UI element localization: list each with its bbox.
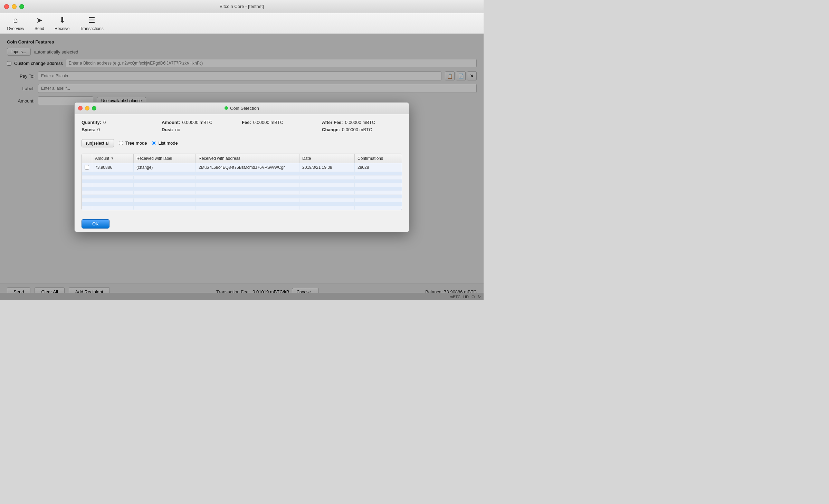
modal-title-text: Coin Selection: [230, 106, 259, 111]
toolbar-receive-label: Receive: [55, 26, 69, 31]
ok-button[interactable]: OK: [82, 219, 109, 229]
row-amount: 73.90886: [92, 163, 134, 172]
table-row-empty-2: [82, 176, 402, 180]
stats-group-left: Quantity: 0 Bytes: 0: [82, 120, 162, 132]
row-checkbox[interactable]: [85, 165, 89, 169]
change-value: 0.00000 mBTC: [342, 127, 372, 132]
after-fee-value: 0.00000 mBTC: [345, 120, 375, 125]
stats-group-after: After Fee: 0.00000 mBTC Change: 0.00000 …: [322, 120, 402, 132]
bytes-value: 0: [97, 127, 100, 132]
minimize-button[interactable]: [12, 4, 17, 9]
unselect-all-button[interactable]: (un)select all: [82, 139, 114, 147]
row-checkbox-cell[interactable]: [82, 163, 92, 172]
toolbar-send[interactable]: ➤ Send: [35, 16, 44, 31]
window-title: Bitcoin Core - [testnet]: [220, 4, 264, 9]
toolbar-overview[interactable]: ⌂ Overview: [7, 16, 24, 31]
stats-fee: Fee: 0.00000 mBTC: [242, 120, 322, 125]
stats-amount: Amount: 0.00000 mBTC: [162, 120, 242, 125]
stats-dust: Dust: no: [162, 127, 242, 132]
titlebar: Bitcoin Core - [testnet]: [0, 0, 484, 13]
stats-group-mid: Amount: 0.00000 mBTC Dust: no: [162, 120, 242, 132]
toolbar-send-label: Send: [35, 26, 44, 31]
table-row-empty-8: [82, 198, 402, 202]
send-icon: ➤: [36, 16, 42, 25]
after-fee-label: After Fee:: [322, 120, 343, 125]
receive-icon: ⬇: [59, 16, 65, 25]
tree-mode-label: Tree mode: [125, 140, 147, 146]
amount-stat-value: 0.00000 mBTC: [182, 120, 212, 125]
modal-footer: OK: [75, 216, 409, 232]
tree-mode-radio[interactable]: [119, 141, 123, 145]
toolbar: ⌂ Overview ➤ Send ⬇ Receive ☰ Transactio…: [0, 13, 484, 34]
amount-stat-label: Amount:: [162, 120, 180, 125]
table-header: Amount ▼ Received with label Received wi…: [82, 154, 402, 163]
stats-change: Change: 0.00000 mBTC: [322, 127, 402, 132]
row-label: (change): [134, 163, 196, 172]
th-confirmations[interactable]: Confirmations: [355, 154, 402, 163]
change-label: Change:: [322, 127, 340, 132]
stats-group-fee: Fee: 0.00000 mBTC: [242, 120, 322, 132]
modal-body: Quantity: 0 Bytes: 0 Amount: 0.00000 mBT…: [75, 114, 409, 216]
dust-label: Dust:: [162, 127, 173, 132]
table-row-empty-9: [82, 202, 402, 206]
transactions-icon: ☰: [88, 16, 95, 25]
maximize-button[interactable]: [19, 4, 24, 9]
table-row-empty-7: [82, 195, 402, 198]
mode-row: (un)select all Tree mode List mode: [82, 137, 402, 149]
table-row-empty-6: [82, 191, 402, 195]
th-label[interactable]: Received with label: [134, 154, 196, 163]
list-mode-radio[interactable]: [152, 141, 156, 145]
titlebar-buttons: [4, 4, 24, 9]
row-address: 2Mu67L68c4EQ84t76BsMcmdJ76VPSvvWCgr: [196, 163, 299, 172]
modal-maximize-button[interactable]: [92, 106, 96, 110]
tree-mode-radio-group[interactable]: Tree mode: [119, 140, 147, 146]
quantity-label: Quantity:: [82, 120, 101, 125]
overview-icon: ⌂: [13, 16, 18, 25]
modal-overlay: Coin Selection Quantity: 0 Bytes: 0: [0, 34, 484, 300]
sort-arrow-icon: ▼: [111, 156, 114, 160]
table-row-empty-4: [82, 183, 402, 187]
modal-titlebar-buttons: [78, 106, 96, 110]
empty-cell: [82, 172, 92, 175]
stats-after-fee: After Fee: 0.00000 mBTC: [322, 120, 402, 125]
toolbar-transactions[interactable]: ☰ Transactions: [80, 16, 103, 31]
th-checkbox: [82, 154, 92, 163]
coin-table: Amount ▼ Received with label Received wi…: [82, 154, 402, 210]
table-row-empty-10: [82, 206, 402, 210]
list-mode-radio-group[interactable]: List mode: [152, 140, 178, 146]
th-date[interactable]: Date: [299, 154, 355, 163]
toolbar-overview-label: Overview: [7, 26, 24, 31]
stats-row: Quantity: 0 Bytes: 0 Amount: 0.00000 mBT…: [82, 120, 402, 132]
stats-quantity: Quantity: 0: [82, 120, 162, 125]
th-amount[interactable]: Amount ▼: [92, 154, 134, 163]
stats-bytes: Bytes: 0: [82, 127, 162, 132]
bytes-label: Bytes:: [82, 127, 95, 132]
table-row-empty-1: [82, 172, 402, 176]
fee-value: 0.00000 mBTC: [253, 120, 283, 125]
list-mode-label: List mode: [158, 140, 178, 146]
th-address[interactable]: Received with address: [196, 154, 299, 163]
table-body: 73.90886 (change) 2Mu67L68c4EQ84t76BsMcm…: [82, 163, 402, 210]
modal-close-button[interactable]: [78, 106, 83, 110]
table-row-empty-3: [82, 180, 402, 183]
toolbar-transactions-label: Transactions: [80, 26, 103, 31]
row-date: 2019/3/21 19:08: [299, 163, 355, 172]
quantity-value: 0: [103, 120, 106, 125]
modal-title-area: Coin Selection: [225, 106, 259, 111]
row-confirmations: 28628: [355, 163, 402, 172]
dust-value: no: [175, 127, 180, 132]
table-row: 73.90886 (change) 2Mu67L68c4EQ84t76BsMcm…: [82, 163, 402, 172]
close-button[interactable]: [4, 4, 9, 9]
modal-titlebar: Coin Selection: [75, 103, 409, 114]
modal-minimize-button[interactable]: [85, 106, 89, 110]
toolbar-receive[interactable]: ⬇ Receive: [55, 16, 69, 31]
coin-selection-modal: Coin Selection Quantity: 0 Bytes: 0: [74, 102, 409, 232]
modal-title-dot: [225, 106, 228, 110]
main-content: Coin Control Features Inputs... automati…: [0, 34, 484, 300]
fee-label: Fee:: [242, 120, 251, 125]
table-row-empty-5: [82, 187, 402, 191]
